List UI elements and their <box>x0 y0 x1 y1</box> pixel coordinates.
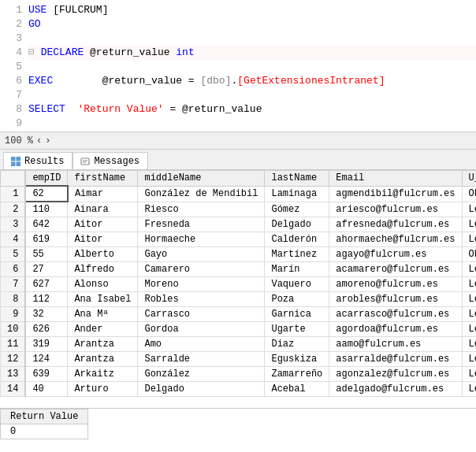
cell-middlename: Fresneda <box>138 217 265 232</box>
cell-email: agonzalez@fulcrum.es <box>329 367 462 382</box>
cell-middlename: Amo <box>138 337 265 352</box>
cell-empid: 55 <box>25 247 68 262</box>
table-row[interactable]: 7627AlonsoMorenoVaqueroamoreno@fulcrum.e… <box>1 277 477 292</box>
grid-icon <box>10 156 21 167</box>
cell-u_oficina: Leioa <box>462 217 476 232</box>
cell-firstname: Ainara <box>68 202 138 217</box>
cell-u_oficina: Leioa <box>462 277 476 292</box>
cell-empid: 642 <box>25 217 68 232</box>
cell-email: agayo@fulcrum.es <box>329 247 462 262</box>
cell-middlename: González de Mendibil <box>138 186 265 202</box>
cell-firstname: Ana Mª <box>68 307 138 322</box>
cell-lastname: Poza <box>265 292 329 307</box>
zoom-bar: 100 % ‹ › <box>0 132 476 150</box>
row-number: 10 <box>1 322 26 337</box>
cell-lastname: Zamarreño <box>265 367 329 382</box>
code-line <box>28 60 476 74</box>
cell-u_oficina: Leioa <box>462 262 476 277</box>
line-number: 6 <box>0 74 22 88</box>
table-row[interactable]: 4619AitorHormaecheCalderónahormaeche@ful… <box>1 232 477 247</box>
cell-u_oficina: Leioa <box>462 367 476 382</box>
cell-lastname: Ugarte <box>265 322 329 337</box>
row-number: 9 <box>1 307 26 322</box>
zoom-arrow-left[interactable]: ‹ <box>36 135 42 146</box>
results-section: empIDfirstNamemiddleNamelastNameEmailU_O… <box>0 170 476 452</box>
table-row[interactable]: 10626AnderGordoaUgarteagordoa@fulcrum.es… <box>1 322 477 337</box>
svg-rect-3 <box>17 162 20 166</box>
line-number: 7 <box>0 88 22 102</box>
row-number: 2 <box>1 202 26 217</box>
column-header-middlename: middleName <box>138 171 265 187</box>
message-icon <box>80 156 91 167</box>
table-row[interactable]: 8112Ana IsabelRoblesPozaarobles@fulcrum.… <box>1 292 477 307</box>
table-row[interactable]: 162AimarGonzález de MendibilLaminagaagme… <box>1 186 477 202</box>
results-body[interactable]: empIDfirstNamemiddleNamelastNameEmailU_O… <box>0 170 476 408</box>
cell-lastname: Gómez <box>265 202 329 217</box>
cell-middlename: Carrasco <box>138 307 265 322</box>
table-row[interactable]: 12124ArantzaSarraldeEguskizaasarralde@fu… <box>1 352 477 367</box>
row-number: 12 <box>1 352 26 367</box>
cell-firstname: Alberto <box>68 247 138 262</box>
row-number: 5 <box>1 247 26 262</box>
cell-firstname: Ana Isabel <box>68 292 138 307</box>
row-number: 11 <box>1 337 26 352</box>
cell-email: asarralde@fulcrum.es <box>329 352 462 367</box>
line-number: 5 <box>0 60 22 74</box>
line-number: 3 <box>0 31 22 46</box>
table-row[interactable]: 2110AinaraRiescoGómezariesco@fulcrum.esL… <box>1 202 477 217</box>
cell-u_oficina: Leioa <box>462 352 476 367</box>
cell-empid: 110 <box>25 202 68 217</box>
cell-u_oficina: Leioa <box>462 322 476 337</box>
table-row[interactable]: 1440ArturoDelgadoAcebaladelgado@fulcrum.… <box>1 382 477 397</box>
column-header-u_oficina: U_Oficina <box>462 171 476 187</box>
table-row[interactable]: 3642AitorFresnedaDelgadoafresneda@fulcru… <box>1 217 477 232</box>
cell-empid: 319 <box>25 337 68 352</box>
row-number: 3 <box>1 217 26 232</box>
cell-middlename: González <box>138 367 265 382</box>
row-number: 8 <box>1 292 26 307</box>
row-number-header <box>1 171 26 187</box>
cell-empid: 124 <box>25 352 68 367</box>
cell-empid: 40 <box>25 382 68 397</box>
cell-middlename: Riesco <box>138 202 265 217</box>
line-number: 2 <box>0 17 22 31</box>
return-value-header: Return Value <box>1 409 88 424</box>
table-row[interactable]: 13639ArkaitzGonzálezZamarreñoagonzalez@f… <box>1 367 477 382</box>
results-table: empIDfirstNamemiddleNamelastNameEmailU_O… <box>0 170 476 397</box>
table-row[interactable]: 555AlbertoGayoMartínezagayo@fulcrum.esOb… <box>1 247 477 262</box>
row-number: 1 <box>1 186 26 202</box>
tab-messages[interactable]: Messages <box>73 152 148 169</box>
table-row[interactable]: 627AlfredoCamareroMarínacamarero@fulcrum… <box>1 262 477 277</box>
line-number: 9 <box>0 117 22 131</box>
code-editor: 1234567891011 USE [FULCRUM]GO⊟ DECLARE @… <box>0 0 476 132</box>
row-number: 4 <box>1 232 26 247</box>
cell-middlename: Gayo <box>138 247 265 262</box>
tab-label: Messages <box>94 156 139 167</box>
cell-email: acarrasco@fulcrum.es <box>329 307 462 322</box>
cell-firstname: Arkaitz <box>68 367 138 382</box>
code-line: GO <box>28 17 476 31</box>
tabs-area: ResultsMessages <box>0 150 476 170</box>
code-content[interactable]: USE [FULCRUM]GO⊟ DECLARE @return_value i… <box>28 2 476 130</box>
tab-results[interactable]: Results <box>3 152 73 169</box>
cell-email: amoreno@fulcrum.es <box>329 277 462 292</box>
table-row[interactable]: 932Ana MªCarrascoGarnicaacarrasco@fulcru… <box>1 307 477 322</box>
cell-firstname: Alfredo <box>68 262 138 277</box>
cell-empid: 627 <box>25 277 68 292</box>
table-row[interactable]: 11319ArantzaAmoDiazaamo@fulcrum.esLeioa <box>1 337 477 352</box>
cell-email: agordoa@fulcrum.es <box>329 322 462 337</box>
cell-lastname: Delgado <box>265 217 329 232</box>
column-header-lastname: lastName <box>265 171 329 187</box>
line-number: 8 <box>0 102 22 117</box>
cell-empid: 619 <box>25 232 68 247</box>
zoom-arrow-right[interactable]: › <box>45 135 50 146</box>
cell-u_oficina: Obra <box>462 247 476 262</box>
column-header-email: Email <box>329 171 462 187</box>
zoom-percent: 100 % <box>5 135 33 146</box>
row-number: 6 <box>1 262 26 277</box>
cell-lastname: Vaquero <box>265 277 329 292</box>
cell-email: agmendibil@fulcrum.es <box>329 186 462 202</box>
cell-email: acamarero@fulcrum.es <box>329 262 462 277</box>
return-value-table: Return Value 0 <box>0 409 88 439</box>
cell-middlename: Delgado <box>138 382 265 397</box>
